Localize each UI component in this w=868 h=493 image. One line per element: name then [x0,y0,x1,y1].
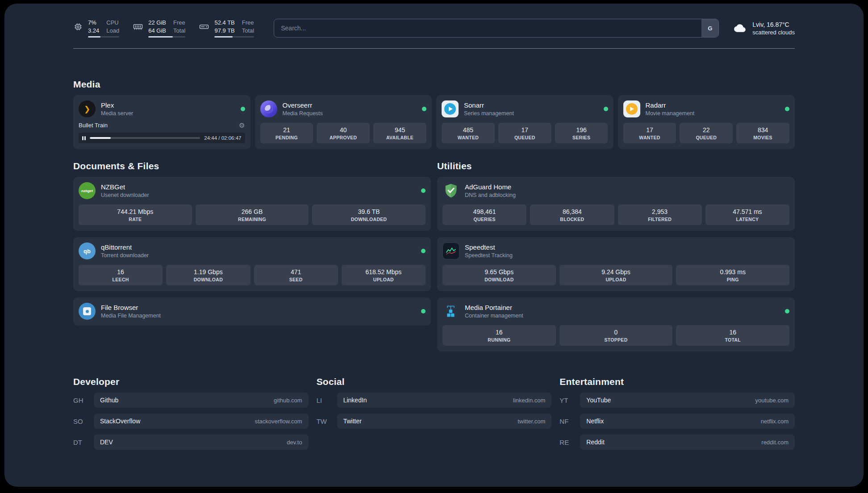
bookmark-abbr: RE [559,439,574,446]
bookmark-name: Netflix [586,418,604,425]
service-card-radarr[interactable]: Radarr Movie management 17 WANTED 22 QUE… [618,95,795,149]
status-dot [241,107,245,111]
stat-value: 471 [256,268,336,276]
search-provider-button[interactable]: G [701,19,718,37]
stat-value: 0.993 ms [678,268,788,276]
pause-icon[interactable] [82,136,86,140]
bookmark-name: Reddit [586,439,604,446]
stat-value: 16 [80,268,161,276]
disk-total-value: 97.9 TB [214,27,234,35]
status-dot [421,309,426,313]
stat-label: APPROVED [318,135,368,140]
bookmark-name: Twitter [343,418,362,425]
bookmark-name: LinkedIn [343,397,367,404]
bookmark-row: SO StackOverflow stackoverflow.com [73,414,309,429]
service-title: AdGuard Home [465,183,789,191]
bookmark-link-dev[interactable]: DEV dev.to [94,435,309,450]
section-bookmarks: Developer GH Github github.com SO StackO… [73,376,795,469]
bookmark-row: YT YouTube youtube.com [559,393,795,408]
stat-value: 86,384 [532,208,612,215]
memory-free-value: 22 GiB [148,19,166,27]
stat-value: 9.24 Gbps [561,268,671,276]
service-card-adguard[interactable]: AdGuard Home DNS and adblocking 498,461 … [437,177,795,231]
stat-value: 1.19 Gbps [168,268,248,276]
stat-label: BLOCKED [532,217,612,222]
memory-total-label: Total [173,27,185,35]
stat-value: 17 [625,126,675,134]
stat-box: 17 WANTED [623,123,676,143]
bookmark-abbr: GH [73,397,88,404]
bookmark-link-youtube[interactable]: YouTube youtube.com [580,393,795,408]
gear-icon[interactable]: ⚙ [239,122,245,129]
stat-value: 618.52 Mbps [343,268,424,276]
service-card-portainer[interactable]: Media Portainer Container management 16 … [437,297,795,351]
disk-usage-bar [214,36,254,38]
stat-label: UPLOAD [343,277,424,282]
bookmark-link-twitter[interactable]: Twitter twitter.com [337,414,552,429]
status-dot [422,107,426,111]
service-card-plex[interactable]: ❯ Plex Media server Bullet Train ⚙ [73,95,250,149]
stat-value: 40 [318,126,368,134]
service-card-qbittorrent[interactable]: qb qBittorrent Torrent downloader 16 LEE… [73,237,431,291]
bookmark-name: YouTube [586,397,611,404]
stat-value: 0 [561,329,671,336]
stat-label: SEED [256,277,336,282]
bookmark-link-reddit[interactable]: Reddit reddit.com [580,435,795,450]
bookmark-row: NF Netflix netflix.com [559,414,795,429]
stat-label: RUNNING [444,337,554,343]
stat-label: DOWNLOAD [168,277,248,282]
stat-box: 86,384 BLOCKED [530,205,614,225]
stat-box: 2,953 FILTERED [618,205,702,225]
stat-box: 9.24 Gbps UPLOAD [559,265,673,285]
bookmark-link-netflix[interactable]: Netflix netflix.com [580,414,795,429]
nzbget-icon-label: nzbget [81,189,93,193]
bookmark-link-stackoverflow[interactable]: StackOverflow stackoverflow.com [94,414,309,429]
bookmark-abbr: TW [317,418,331,425]
playback-progress[interactable] [90,137,200,139]
stat-box: 9.65 Gbps DOWNLOAD [442,265,556,285]
stat-label: MOVIES [738,135,788,140]
stat-box: 196 SERIES [555,123,608,143]
bookmark-abbr: SO [73,418,88,425]
bookmark-link-github[interactable]: Github github.com [94,393,309,408]
cpu-usage-value: 7% [88,19,99,27]
service-subtitle: Media server [101,110,235,117]
weather-widget: Lviv, 16.87°C scattered clouds [732,21,795,36]
overseerr-icon [260,100,277,117]
service-card-nzbget[interactable]: nzbget NZBGet Usenet downloader 744.21 M… [73,177,431,231]
service-card-sonarr[interactable]: Sonarr Series management 485 WANTED 17 Q… [436,95,613,149]
stat-value: 744.21 Mbps [80,208,190,215]
service-card-speedtest[interactable]: Speedtest Speedtest Tracking 9.65 Gbps D… [437,237,795,291]
service-subtitle: Container management [465,313,780,319]
bookmark-link-linkedin[interactable]: LinkedIn linkedin.com [337,393,552,408]
service-title: qBittorrent [101,243,416,251]
bookmark-row: GH Github github.com [73,393,309,408]
topbar: 7% CPU 3.24 Load [73,19,795,38]
service-title: Sonarr [464,101,598,109]
service-card-overseerr[interactable]: Overseerr Media Requests 21 PENDING 40 A… [255,95,432,149]
bookmark-name: Github [100,397,118,404]
bookmark-url: github.com [274,397,302,404]
stat-value: 39.6 TB [314,208,424,215]
stat-value: 498,461 [444,208,525,215]
stat-box: 0 STOPPED [559,325,673,346]
stat-box: 16 RUNNING [442,325,556,346]
stat-label: FILTERED [620,217,700,222]
search-input[interactable] [274,19,719,38]
portainer-icon [442,303,459,320]
bookmark-abbr: LI [317,397,331,404]
service-card-filebrowser[interactable]: File Browser Media File Management [73,297,431,326]
developer-heading: Developer [73,376,309,387]
bookmark-abbr: YT [559,397,574,404]
disk-total-label: Total [242,27,254,35]
stat-label: DOWNLOAD [444,277,554,282]
cpu-usage-bar [88,36,119,38]
service-subtitle: Series management [464,110,598,117]
bookmark-url: stackoverflow.com [255,418,302,425]
bookmark-row: TW Twitter twitter.com [317,414,552,429]
stat-value: 485 [443,126,493,134]
status-dot [785,107,789,111]
sonarr-icon [442,100,459,117]
nzbget-icon: nzbget [79,182,96,199]
stat-label: SERIES [557,135,606,140]
